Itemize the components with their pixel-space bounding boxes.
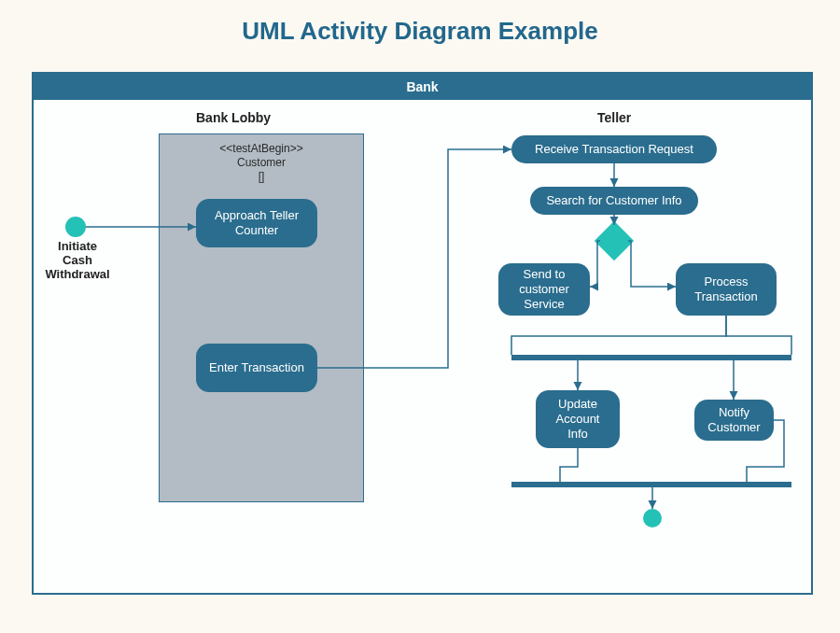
- stereotype-line2: Customer: [237, 156, 286, 169]
- activity-receive-request: Receive Transaction Request: [511, 135, 717, 163]
- init-label-l3: Withdrawal: [45, 267, 109, 281]
- activity-approach-teller: Approach Teller Counter: [196, 199, 317, 247]
- stereotype-line3: []: [259, 170, 265, 183]
- swimlane-label-lobby: Bank Lobby: [196, 110, 271, 125]
- activity-search-customer: Search for Customer Info: [530, 187, 698, 215]
- stereotype-line1: <<testAtBegin>>: [219, 142, 302, 155]
- init-label-l2: Cash: [63, 253, 92, 267]
- swimlane-label-teller: Teller: [597, 110, 631, 125]
- initial-node-label: Initiate Cash Withdrawal: [35, 239, 119, 281]
- lobby-region: <<testAtBegin>> Customer []: [159, 134, 364, 502]
- activity-notify-customer: Notify Customer: [694, 400, 774, 441]
- bank-header: Bank: [34, 74, 811, 100]
- initial-node-icon: [65, 217, 86, 237]
- init-label-l1: Initiate: [58, 239, 97, 253]
- join-bar-icon: [511, 482, 791, 487]
- activity-update-account: Update Account Info: [536, 390, 620, 448]
- final-node-icon: [643, 509, 662, 528]
- fork-bar-icon: [511, 355, 791, 360]
- uml-activity-diagram: UML Activity Diagram Example Bank Bank L…: [0, 0, 840, 633]
- stereotype-block: <<testAtBegin>> Customer []: [160, 134, 363, 184]
- activity-enter-transaction: Enter Transaction: [196, 344, 317, 392]
- activity-process-tx: Process Transaction: [676, 263, 777, 316]
- activity-send-service: Send to customer Service: [498, 263, 590, 316]
- diagram-title: UML Activity Diagram Example: [0, 17, 840, 46]
